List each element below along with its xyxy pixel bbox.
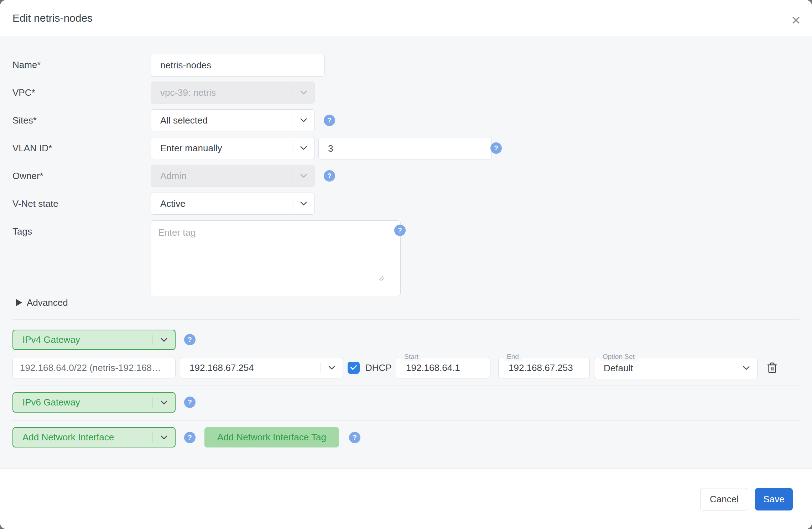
vpc-label: VPC* [12,82,35,104]
vnet-state-label: V-Net state [12,193,58,215]
vlan-id-label: VLAN ID* [12,137,52,159]
sites-select[interactable]: All selected [151,109,315,131]
chevron-down-icon [152,397,175,408]
option-set-value: Default [594,363,735,374]
add-network-interface-tag-button[interactable]: Add Network Interface Tag [204,427,339,447]
vnet-state-select[interactable]: Active [151,193,315,215]
ipv6-gateway-select[interactable]: IPv6 Gateway [12,392,176,413]
dhcp-label: DHCP [365,357,392,378]
vpc-select: vpc-39: netris [151,82,315,104]
vnet-state-select-value: Active [151,198,292,209]
chevron-down-icon [292,198,314,209]
tags-label: Tags [12,220,32,242]
sites-label: Sites* [12,109,37,131]
tags-textarea[interactable] [151,220,401,296]
chevron-down-icon [320,362,343,373]
sites-help-icon[interactable]: ? [324,115,335,126]
add-interface-tag-help-icon[interactable]: ? [349,432,360,443]
ipv4-subnet-select[interactable]: 192.168.64.0/22 (netris-192.168… [12,357,176,378]
chevron-down-icon [735,362,757,374]
add-network-interface-select[interactable]: Add Network Interface [12,427,176,447]
ipv4-gateway-help-icon[interactable]: ? [184,334,196,345]
dhcp-end-label: End [504,353,522,361]
vlan-id-input[interactable] [318,137,492,160]
add-interface-help-icon[interactable]: ? [184,432,196,443]
ipv4-subnet-value: 192.168.64.0/22 (netris-192.168… [20,362,161,373]
section-divider [12,420,800,421]
footer-divider [0,468,812,469]
ipv6-gateway-help-icon[interactable]: ? [184,397,196,408]
dhcp-checkbox[interactable] [348,362,360,374]
tags-help-icon[interactable]: ? [394,225,406,236]
modal-footer [0,468,812,529]
edit-vnet-modal: Edit netris-nodes ✕ Name* VPC* vpc-39: n… [0,0,812,529]
option-set-label: Option Set [600,353,637,361]
sites-select-value: All selected [151,115,292,126]
section-divider [12,319,800,320]
chevron-down-icon [292,170,314,182]
chevron-down-icon [292,142,314,154]
section-divider [12,386,800,386]
vlan-mode-select-value: Enter manually [151,143,292,154]
vlan-mode-select[interactable]: Enter manually [151,137,315,159]
cancel-button[interactable]: Cancel [700,488,748,510]
ipv6-gateway-select-label: IPv6 Gateway [13,397,152,408]
owner-select-value: Admin [151,171,292,182]
name-input[interactable] [151,54,325,77]
vpc-select-value: vpc-39: netris [151,87,292,98]
ipv4-gateway-ip-select[interactable]: 192.168.67.254 [180,357,343,378]
check-icon [350,364,358,372]
owner-select: Admin [151,165,315,187]
close-icon[interactable]: ✕ [788,12,804,28]
save-button[interactable]: Save [755,488,793,510]
name-label: Name* [12,54,41,76]
vlan-help-icon[interactable]: ? [490,142,502,154]
dhcp-start-label: Start [401,353,421,361]
ipv4-gateway-select[interactable]: IPv4 Gateway [12,330,176,350]
advanced-toggle[interactable]: Advanced [16,298,68,308]
ipv4-gateway-select-label: IPv4 Gateway [13,334,152,345]
chevron-down-icon [292,115,314,126]
ipv4-gateway-ip-value: 192.168.67.254 [180,362,320,373]
triangle-right-icon [16,299,22,306]
modal-title: Edit netris-nodes [12,0,93,36]
owner-help-icon[interactable]: ? [324,170,335,182]
chevron-down-icon [292,87,314,98]
advanced-label: Advanced [27,297,68,308]
trash-icon[interactable] [764,360,780,376]
modal-header: Edit netris-nodes ✕ [0,0,812,36]
chevron-down-icon [152,432,175,442]
owner-label: Owner* [12,165,43,187]
chevron-down-icon [152,335,175,345]
add-network-interface-label: Add Network Interface [13,432,152,443]
